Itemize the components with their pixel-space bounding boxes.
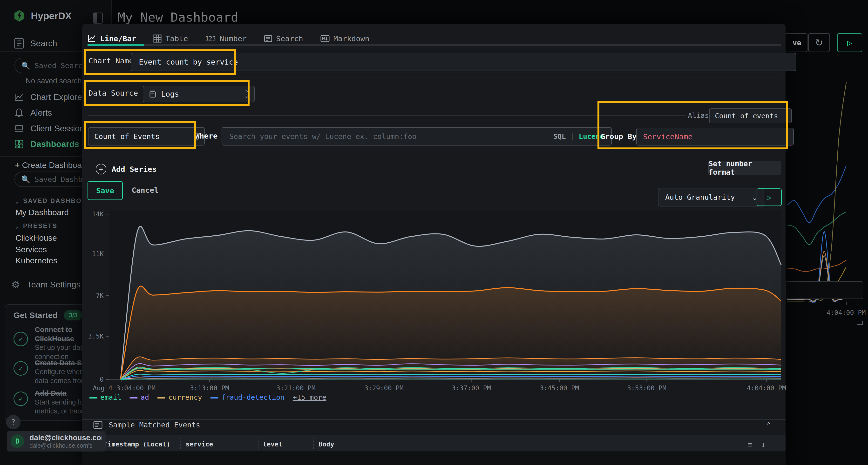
x-tick-label: 3:45:00 PM [533,384,586,392]
granularity-select[interactable]: Auto Granularity ⌄ [658,188,764,206]
tab-line-bar[interactable]: Line/Bar [88,34,136,43]
chart-name-label: Chart Name [89,56,133,65]
hyperdx-logo-icon [13,10,25,22]
refresh-icon: ↻ [815,37,823,48]
sidebar-item-kubernetes[interactable]: Kubernetes [16,256,57,265]
column-settings-icon[interactable]: ≡ [748,440,752,449]
download-icon[interactable]: ↓ [761,440,766,449]
sidebar-item-clickhouse[interactable]: ClickHouse [16,233,57,243]
add-series-button[interactable]: + Add Series [96,164,157,174]
legend-item-email[interactable]: email [89,393,121,401]
data-source-select[interactable]: Logs ⌃⌄ [143,86,255,102]
tab-label: Line/Bar [100,34,136,43]
help-button[interactable]: ? [6,415,21,429]
sidebar-item-search[interactable]: Search [14,38,57,49]
dashboard-page-title: My New Dashboard [118,10,239,25]
alias-input[interactable]: Count of events [709,108,792,123]
column-separator[interactable] [180,438,181,449]
run-query-button[interactable]: ▷ [756,189,782,206]
cancel-button[interactable]: Cancel [129,181,161,199]
tab-bar: Line/Bar Table 123 Number Search Markdow… [88,31,781,46]
legend-item--15-more[interactable]: +15 more [293,393,327,401]
tab-label: Markdown [334,34,369,43]
background-panel [785,281,863,299]
collapse-chevron-icon[interactable]: ⌃ [767,421,771,429]
column-header-level[interactable]: level [263,440,282,448]
sql-mode-toggle[interactable]: SQL [553,132,566,140]
number-123-icon: 123 [206,35,216,42]
presets-section-toggle[interactable]: ⌄ PRESETS [15,222,57,230]
no-saved-searches-text: No saved searches [26,77,89,85]
add-series-label: Add Series [112,165,157,173]
preview-chart: 03.5K7K11K14KAug 4 3:04:00 PM3:13:00 PM3… [87,210,784,396]
background-tile-time-label: 4:04:00 PM [827,309,866,317]
save-label: Save [96,186,114,195]
tab-underline-active [88,44,144,46]
line-chart-icon [88,35,96,42]
y-tick-label: 11K [92,250,104,258]
column-header-service[interactable]: service [186,440,213,448]
column-header-body[interactable]: Body [318,440,334,448]
bg-chart-series-bg-blue [787,166,846,223]
sidebar-item-chart-explorer[interactable]: Chart Explorer [14,92,85,102]
mode-toggle-separator: | [570,132,574,140]
column-separator[interactable] [313,438,314,449]
sidebar-collapse-icon[interactable] [93,12,103,24]
dashboards-icon [14,139,24,149]
laptop-icon [14,124,24,133]
data-source-label: Data Source [89,89,138,97]
set-number-format-button[interactable]: Set number format [708,161,781,175]
sidebar-item-client-sessions[interactable]: Client Sessions [14,124,89,133]
where-input[interactable]: Search your events w/ Lucene ex. column:… [222,127,612,145]
legend-item-currency[interactable]: currency [157,393,202,401]
aggregation-select[interactable]: Count of Events ⌃⌄ [88,127,205,145]
group-by-label: Group By [600,132,637,141]
chart-name-input[interactable]: Event count by service [131,53,796,71]
sidebar-item-team-settings[interactable]: ⚙ Team Settings [10,279,81,290]
dashboard-play-button[interactable]: ▷ [837,33,862,52]
chart-explorer-icon [14,93,24,101]
tab-underline-track [88,44,781,46]
y-tick-label: 0 [100,376,104,383]
tab-label: Search [276,34,303,43]
sidebar-item-alerts[interactable]: Alerts [14,108,52,118]
sidebar-item-label: Search [30,38,57,48]
logo[interactable]: HyperDX [13,10,72,22]
create-dashboard-button[interactable]: + Create Dashboard [15,161,89,170]
sidebar-item-my-dashboard[interactable]: My Dashboard [16,208,69,217]
bell-icon [14,108,24,118]
group-by-input[interactable]: ServiceName [636,128,794,145]
x-tick-label: 4:04:00 PM [740,384,793,392]
sidebar-item-label: Client Sessions [30,124,89,133]
column-header-timestamp[interactable]: Timestamp (Local) [104,440,170,448]
bg-chart-series-bg-green [787,212,846,245]
bg-chart-series-bg-orange [787,260,846,271]
save-button[interactable]: Save [88,181,123,200]
sidebar-item-label: Alerts [30,108,52,118]
app-root: My New Dashboard ve ↻ ▷ 4:04:00 PM Hyper… [0,0,868,465]
tab-markdown[interactable]: Markdown [320,34,369,43]
tab-label: Table [165,34,188,43]
aggregation-value: Count of Events [94,132,160,141]
legend-swatch [210,397,218,399]
sidebar-item-label: Dashboards [30,139,79,149]
tab-table[interactable]: Table [153,34,188,43]
x-tick-label: 3:21:00 PM [269,384,322,392]
legend-item-fraud-detection[interactable]: fraud-detection [210,393,284,401]
x-tick-label: Aug 4 3:04:00 PM [88,384,160,392]
sample-events-header[interactable]: Sample Matched Events [93,421,200,429]
tab-number[interactable]: 123 Number [206,34,247,43]
sidebar-item-services[interactable]: Services [16,245,47,254]
lucene-mode-toggle[interactable]: Lucene [579,132,604,140]
column-separator[interactable] [258,438,259,449]
user-chip[interactable]: D dale@clickhouse.com dale@clickhouse.co… [7,431,105,452]
resize-handle-icon[interactable] [858,321,863,325]
modal-divider [88,77,781,78]
question-mark-icon: ? [11,418,16,427]
tab-search[interactable]: Search [264,34,303,43]
legend-item-ad[interactable]: ad [129,393,149,401]
gear-icon: ⚙ [10,279,21,290]
dashboard-refresh-button[interactable]: ↻ [808,33,830,52]
user-sub: dale@clickhouse.com's [29,442,102,449]
sidebar-item-dashboards[interactable]: Dashboards [14,139,79,149]
